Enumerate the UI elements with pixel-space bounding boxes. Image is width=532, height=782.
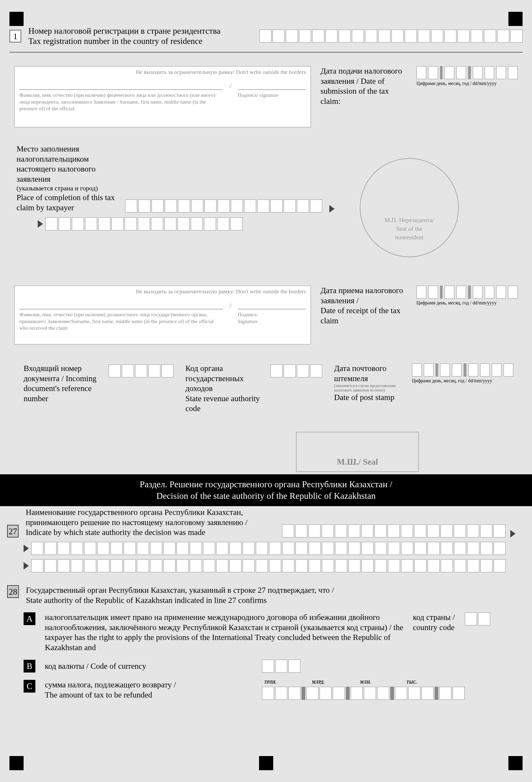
crop-mark-bottom-left [9, 756, 24, 770]
row-1-label: Номер налоговой регистрации в стране рез… [28, 26, 221, 46]
crop-mark-bottom-center [259, 756, 273, 770]
row-28-label: Государственный орган Республики Казахст… [26, 585, 334, 605]
border-warning-1: Не выходить за ограничительную рамку/ Do… [19, 69, 306, 75]
section-number-28: 28 [7, 585, 19, 598]
tax-reg-number-cells[interactable] [259, 30, 523, 43]
unit-mlrd: МЛРД. [312, 680, 324, 685]
place-label-en: Place of completion of this tax claim by… [16, 192, 120, 213]
arrow-right-icon [24, 545, 29, 552]
row27-cells-line1[interactable] [282, 524, 505, 537]
authority-code-cells[interactable] [270, 364, 322, 378]
arrow-right-icon [510, 530, 516, 537]
submission-date-label: Дата подачи налогового заявления / Date … [320, 66, 407, 106]
refund-amount-cells[interactable] [262, 687, 465, 700]
border-warning-2: Не выходить за ограничительную рамку/ Do… [19, 288, 306, 295]
row-1-label-en: Tax registration number in the country o… [28, 36, 221, 46]
receipt-date-caption: Цифрами день, месяц, год / dd/mm/yyyy [416, 300, 518, 306]
submission-date-caption: Цифрами день, месяц, год / dd/mm/yyyy [416, 81, 518, 86]
post-stamp-date-cells[interactable] [412, 363, 513, 377]
row-1: 1 Номер налоговой регистрации в стране р… [9, 26, 523, 46]
arrow-right-icon [24, 562, 29, 570]
row27-cells-line2[interactable] [31, 542, 506, 555]
divider-line [9, 52, 523, 52]
currency-code-cells[interactable] [262, 660, 300, 673]
post-stamp-label-ru: Дата почтового штемпеля [334, 363, 405, 384]
crop-mark-top-right [508, 12, 523, 26]
receipt-date-label: Дата приема налогового заявления / Date … [320, 286, 407, 326]
place-label-ru: Место заполнения налогоплательщиком наст… [16, 144, 120, 184]
unit-tys: ТЫС. [406, 680, 417, 685]
post-stamp-label-en: Date of post stamp [334, 392, 405, 402]
authority-code-label: Код органа государственных доходов State… [185, 363, 263, 414]
row-27-label: Наименование государственного органа Рес… [26, 507, 280, 537]
post-stamp-caption: Цифрами день, месяц, год / dd/mm/yyyy [412, 378, 513, 384]
section-number-27: 27 [7, 525, 19, 537]
country-code-cells[interactable] [465, 612, 490, 626]
letter-box-c: C [24, 680, 35, 692]
section-number-1: 1 [9, 30, 21, 42]
place-label-note: (указывается страна и город) [16, 184, 120, 192]
row-28a-text: налогоплательщик имеет право на применен… [45, 612, 408, 652]
unit-trln: ТРЛН. [264, 680, 276, 685]
incoming-number-label: Входящий номер документа / Incoming docu… [24, 363, 101, 403]
sig2-caption-name: Фамилия, имя, отчество (при наличии) дол… [19, 311, 224, 331]
sig1-caption-signature: Подпись/ signature [238, 92, 306, 112]
seal-rectangle: М.Ш./ Seal [296, 432, 419, 472]
post-stamp-note: (заполняется в случае предоставления нал… [334, 384, 405, 392]
country-code-label: код страны / country code [413, 612, 460, 632]
row-28b-text: код валюты / Code of currency [45, 661, 257, 671]
arrow-right-icon [38, 220, 43, 228]
arrow-right-icon [329, 205, 334, 213]
letter-box-a: A [24, 612, 35, 625]
post-stamp-label-block: Дата почтового штемпеля (заполняется в с… [334, 363, 405, 402]
section-header-decision: Раздел. Решение государственного органа … [0, 474, 532, 506]
row-28c-text: сумма налога, подлежащего возврату / The… [45, 680, 257, 700]
crop-mark-bottom-right [508, 756, 523, 770]
letter-box-b: B [24, 660, 35, 673]
submission-date-cells[interactable] [416, 66, 518, 79]
unit-mln: МЛН. [360, 680, 371, 685]
crop-mark-top-left [9, 12, 24, 26]
receipt-date-cells[interactable] [416, 286, 518, 299]
row27-cells-line3[interactable] [31, 559, 506, 572]
incoming-number-cells[interactable] [109, 364, 174, 378]
row-1-label-ru: Номер налоговой регистрации в стране рез… [28, 26, 221, 36]
place-cells-line2[interactable] [45, 217, 243, 230]
page-container: 1 Номер налоговой регистрации в стране р… [0, 0, 532, 782]
signature-box-applicant[interactable]: Не выходить за ограничительную рамку/ Do… [14, 66, 311, 128]
place-label: Место заполнения налогоплательщиком наст… [16, 144, 120, 213]
sig2-caption-signature: Подпись/ Signature [238, 311, 306, 331]
place-cells-line1[interactable] [125, 200, 322, 213]
signature-box-official[interactable]: Не выходить за ограничительную рамку/ Do… [14, 286, 311, 345]
sig1-caption-name: Фамилия, имя, отчество (при наличии) физ… [19, 92, 224, 112]
seal-circle-nonresident: М.П. Нерезидента/ Seal of the nonresiden… [360, 158, 459, 257]
